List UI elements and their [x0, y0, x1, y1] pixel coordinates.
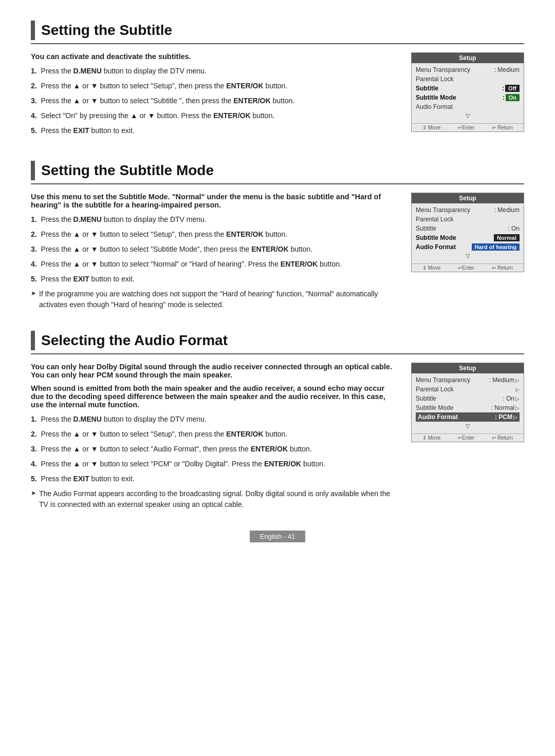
footer-return: ↩ Return: [492, 125, 513, 130]
highlight-off: Off: [505, 85, 520, 92]
menu-row-parental: Parental Lock: [416, 74, 520, 84]
step-4: 4. Press the ▲ or ▼ button to select "No…: [31, 259, 399, 270]
menu-title: Setup: [412, 363, 524, 373]
menu-label: Subtitle: [416, 85, 438, 92]
section-text: Use this menu to set the Subtitle Mode. …: [31, 193, 399, 310]
menu-body: Menu Transparency : Medium ▷ Parental Lo…: [412, 373, 524, 431]
section-text: You can activate and deactivate the subt…: [31, 52, 399, 140]
menu-body: Menu Transparency : Medium Parental Lock…: [412, 203, 524, 261]
step-5: 5. Press the EXIT button to exit.: [31, 274, 399, 285]
menu-label: Parental Lock: [416, 75, 453, 83]
menu-label: Audio Format: [416, 103, 453, 110]
menu-footer: ⇕ Move ↵Enter ↩ Return: [412, 123, 524, 131]
step-num: 5.: [31, 126, 37, 135]
menu-value: : On ▷: [503, 395, 520, 402]
section-text: You can only hear Dolby Digital sound th…: [31, 363, 399, 510]
step-1: 1. Press the D.MENU button to display th…: [31, 414, 399, 425]
menu-value: : Off: [502, 85, 520, 92]
menu-body: Menu Transparency : Medium Parental Lock…: [412, 63, 524, 121]
highlight-on: On: [506, 94, 520, 101]
highlight-normal: Normal: [494, 234, 520, 241]
menu-row-subtitle: Subtitle : On: [416, 224, 520, 233]
section-heading: Selecting the Audio Format: [41, 332, 228, 349]
menu-value: : Medium: [494, 66, 520, 73]
menu-row-transparency: Menu Transparency : Medium ▷: [416, 375, 520, 385]
section-content: Use this menu to set the Subtitle Mode. …: [31, 193, 524, 310]
step-num: 5.: [31, 475, 37, 483]
steps-list: 1. Press the D.MENU button to display th…: [31, 414, 399, 484]
page-footer: English - 41: [31, 531, 524, 542]
menu-footer: ⇕ Move ↵Enter ↩ Return: [412, 263, 524, 272]
menu-label: Menu Transparency: [416, 206, 470, 214]
menu-label: Parental Lock: [416, 386, 453, 393]
menu-row-audio: Audio Format: [416, 102, 520, 111]
step-3: 3. Press the ▲ or ▼ button to select "Su…: [31, 96, 399, 106]
menu-value: : On: [508, 225, 520, 232]
step-1: 1. Press the D.MENU button to display th…: [31, 214, 399, 225]
section-content: You can only hear Dolby Digital sound th…: [31, 363, 524, 510]
menu-label: Subtitle Mode: [416, 234, 456, 241]
menu-value: : On: [503, 94, 520, 101]
menu-value: : Medium ▷: [489, 376, 520, 384]
arrow-right-icon: ▷: [515, 396, 520, 402]
step-num: 3.: [31, 445, 37, 453]
section-subtitle: Setting the Subtitle You can activate an…: [31, 21, 524, 140]
step-2: 2. Press the ▲ or ▼ button to select "Se…: [31, 229, 399, 240]
step-num: 2.: [31, 430, 37, 438]
menu-row-transparency: Menu Transparency : Medium: [416, 65, 520, 74]
section-heading: Setting the Subtitle: [41, 22, 172, 39]
page-number: English - 41: [250, 531, 306, 542]
note-1: If the programme you are watching does n…: [31, 289, 399, 310]
step-1: 1. Press the D.MENU button to display th…: [31, 66, 399, 77]
intro-text: Use this menu to set the Subtitle Mode. …: [31, 193, 399, 209]
title-bar-accent: [31, 331, 35, 350]
arrow-right-icon: ▷: [513, 414, 517, 420]
section-audio-format: Selecting the Audio Format You can only …: [31, 331, 524, 510]
menu-screenshot-1: Setup Menu Transparency : Medium Parenta…: [411, 52, 524, 132]
arrow-right-icon: ▷: [515, 405, 520, 411]
section-title-audio: Selecting the Audio Format: [31, 331, 524, 354]
menu-label: Menu Transparency: [416, 66, 470, 73]
menu-label: Subtitle: [416, 225, 436, 232]
step-num: 1.: [31, 215, 37, 223]
step-num: 2.: [31, 230, 37, 238]
menu-label: Parental Lock: [416, 216, 453, 223]
menu-value: : PCM ▷: [495, 413, 517, 421]
menu-row-transparency: Menu Transparency : Medium: [416, 205, 520, 215]
section-heading: Setting the Subtitle Mode: [41, 162, 214, 179]
menu-label: Audio Format: [416, 243, 456, 251]
footer-enter: ↵Enter: [458, 435, 474, 441]
step-num: 5.: [31, 275, 37, 283]
intro-text: You can activate and deactivate the subt…: [31, 52, 399, 61]
steps-list: 1. Press the D.MENU button to display th…: [31, 214, 399, 285]
menu-arrow-down: ▽: [416, 111, 520, 120]
highlight-hoh: Hard of hearing: [472, 243, 520, 251]
footer-return: ↩ Return: [492, 265, 513, 271]
arrow-right-icon: ▷: [515, 387, 520, 392]
step-num: 4.: [31, 260, 37, 268]
menu-arrow-down: ▽: [416, 252, 520, 260]
footer-return: ↩ Return: [492, 435, 513, 441]
step-num: 3.: [31, 97, 37, 105]
section-subtitle-mode: Setting the Subtitle Mode Use this menu …: [31, 161, 524, 310]
step-num: 4.: [31, 460, 37, 468]
menu-label: Subtitle: [416, 395, 436, 402]
menu-label: Subtitle Mode: [416, 94, 456, 101]
footer-move: ⇕ Move: [422, 125, 440, 130]
note-audio: The Audio Format appears according to th…: [31, 488, 399, 510]
step-4: 4. Select "On" by pressing the ▲ or ▼ bu…: [31, 110, 399, 121]
menu-title: Setup: [412, 53, 524, 63]
footer-move: ⇕ Move: [422, 435, 440, 441]
menu-label: Audio Format: [418, 413, 458, 421]
step-num: 4.: [31, 111, 37, 120]
menu-row-parental: Parental Lock: [416, 215, 520, 224]
step-num: 2.: [31, 82, 37, 90]
step-num: 1.: [31, 67, 37, 75]
menu-label: Subtitle Mode: [416, 404, 453, 411]
section-title-subtitle: Setting the Subtitle: [31, 21, 524, 44]
intro-text-1: You can only hear Dolby Digital sound th…: [31, 363, 399, 379]
footer-move: ⇕ Move: [422, 265, 440, 271]
menu-row-subtitle: Subtitle : On ▷: [416, 394, 520, 403]
title-bar-accent: [31, 21, 35, 40]
step-2: 2. Press the ▲ or ▼ button to select "Se…: [31, 429, 399, 440]
